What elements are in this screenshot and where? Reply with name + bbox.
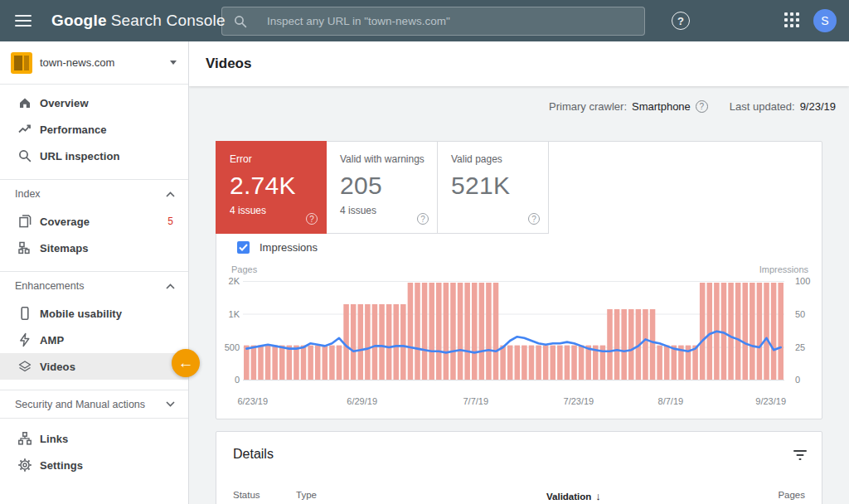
section-label: Index bbox=[15, 188, 41, 200]
impressions-toggle[interactable]: Impressions bbox=[237, 241, 318, 254]
last-updated-label: Last updated: bbox=[730, 100, 795, 113]
sidebar-item-label: Settings bbox=[40, 459, 83, 472]
nav-block-bottom: Links Settings bbox=[0, 419, 188, 488]
videos-layers-icon bbox=[17, 359, 32, 374]
search-input[interactable] bbox=[247, 15, 644, 27]
x-tick-label: 9/23/19 bbox=[755, 396, 786, 406]
apps-grid-icon[interactable] bbox=[784, 12, 801, 29]
collapse-sidebar-button[interactable]: ← bbox=[172, 349, 200, 377]
card-label: Error bbox=[230, 153, 326, 165]
sidebar-item-mobile-usability[interactable]: Mobile usability bbox=[0, 300, 188, 327]
report-card: Error 2.74K 4 issues Valid with warnings… bbox=[216, 141, 822, 419]
sidebar-item-settings[interactable]: Settings bbox=[0, 452, 188, 478]
y-tick: 25 bbox=[795, 342, 805, 352]
help-icon[interactable] bbox=[306, 213, 318, 225]
filter-icon[interactable] bbox=[793, 450, 807, 460]
sidebar-item-videos[interactable]: Videos bbox=[0, 353, 188, 380]
left-axis-title: Pages bbox=[231, 264, 257, 274]
card-value: 2.74K bbox=[230, 172, 326, 200]
sidebar-item-label: Sitemaps bbox=[40, 242, 89, 254]
primary-crawler-label: Primary crawler: bbox=[549, 100, 627, 113]
valid-pages-card[interactable]: Valid pages 521K bbox=[438, 141, 549, 234]
y-tick: 1K bbox=[216, 309, 240, 319]
section-header-enhancements[interactable]: Enhancements bbox=[0, 272, 188, 300]
details-table-header: Status Type Validation Pages bbox=[216, 490, 822, 504]
sidebar-item-performance[interactable]: Performance bbox=[0, 116, 188, 143]
card-value: 521K bbox=[451, 172, 548, 200]
sidebar-item-label: Mobile usability bbox=[40, 308, 122, 320]
valid-with-warnings-card[interactable]: Valid with warnings 205 4 issues bbox=[327, 141, 438, 234]
y-tick: 0 bbox=[795, 375, 800, 385]
logo-search-console: Search Console bbox=[111, 12, 226, 29]
section-label: Security and Manual actions bbox=[15, 399, 145, 410]
sidebar-item-url-inspection[interactable]: URL inspection bbox=[0, 143, 188, 169]
sidebar-item-amp[interactable]: AMP bbox=[0, 327, 188, 353]
checkbox-checked-icon bbox=[237, 241, 250, 254]
card-value: 205 bbox=[340, 172, 437, 200]
coverage-error-badge: 5 bbox=[167, 216, 173, 227]
sidebar-item-label: Links bbox=[40, 433, 68, 445]
home-icon bbox=[17, 95, 32, 110]
amp-bolt-icon bbox=[17, 332, 32, 347]
x-tick-label: 6/29/19 bbox=[347, 396, 377, 406]
summary-row: Error 2.74K 4 issues Valid with warnings… bbox=[216, 141, 549, 234]
help-icon[interactable] bbox=[528, 213, 540, 225]
sidebar-item-label: AMP bbox=[40, 334, 64, 346]
nav-block-index: Coverage 5 Sitemaps bbox=[0, 208, 188, 272]
column-validation-label: Validation bbox=[546, 492, 591, 502]
sidebar-item-coverage[interactable]: Coverage 5 bbox=[0, 208, 188, 235]
error-card[interactable]: Error 2.74K 4 issues bbox=[216, 141, 327, 234]
chevron-down-icon bbox=[170, 61, 177, 65]
last-updated-value: 9/23/19 bbox=[800, 100, 836, 113]
primary-crawler-value: Smartphone bbox=[632, 100, 691, 113]
mobile-icon bbox=[17, 306, 32, 321]
app-logo: GoogleSearch Console bbox=[51, 12, 226, 30]
x-tick-label: 7/7/19 bbox=[463, 396, 488, 406]
card-label: Valid with warnings bbox=[340, 153, 437, 165]
section-header-index[interactable]: Index bbox=[0, 180, 188, 208]
nav-block-top: Overview Performance URL inspection bbox=[0, 85, 188, 180]
sidebar: town-news.com Overview Performance URL i… bbox=[0, 41, 189, 504]
y-tick: 50 bbox=[795, 309, 805, 319]
menu-icon[interactable] bbox=[15, 15, 32, 27]
property-name: town-news.com bbox=[40, 56, 114, 69]
section-header-security[interactable]: Security and Manual actions bbox=[0, 390, 188, 419]
x-tick-label: 8/7/19 bbox=[658, 396, 684, 406]
column-validation-sort[interactable]: Validation bbox=[546, 490, 601, 502]
sidebar-item-sitemaps[interactable]: Sitemaps bbox=[0, 235, 188, 261]
sitemaps-icon bbox=[17, 240, 32, 255]
links-tree-icon bbox=[17, 431, 32, 446]
chevron-down-icon bbox=[166, 401, 175, 407]
sort-desc-icon bbox=[595, 490, 601, 502]
logo-google: Google bbox=[51, 12, 107, 29]
page-header: Videos bbox=[189, 41, 849, 86]
url-inspect-searchbox[interactable] bbox=[221, 7, 645, 36]
sidebar-item-label: Videos bbox=[40, 361, 75, 373]
details-title: Details bbox=[233, 447, 274, 462]
x-tick-label: 7/23/19 bbox=[564, 396, 594, 406]
property-selector[interactable]: town-news.com bbox=[0, 41, 188, 85]
sidebar-item-overview[interactable]: Overview bbox=[0, 90, 188, 116]
help-icon[interactable]: ? bbox=[672, 12, 690, 30]
x-axis-labels: 6/23/196/29/197/7/197/23/198/7/199/23/19 bbox=[243, 396, 784, 408]
sidebar-item-label: URL inspection bbox=[40, 150, 120, 162]
column-pages: Pages bbox=[778, 490, 805, 500]
y-tick: 100 bbox=[795, 276, 810, 286]
sidebar-item-links[interactable]: Links bbox=[0, 425, 188, 452]
sidebar-item-label: Coverage bbox=[40, 216, 90, 228]
search-icon bbox=[234, 15, 247, 28]
magnifier-icon bbox=[17, 148, 32, 163]
help-icon[interactable] bbox=[417, 213, 429, 225]
chevron-up-icon bbox=[166, 191, 175, 197]
sidebar-item-label: Overview bbox=[40, 97, 89, 109]
left-arrow-icon: ← bbox=[178, 354, 194, 372]
right-axis-title: Impressions bbox=[759, 264, 808, 274]
avatar[interactable]: S bbox=[813, 9, 837, 32]
main-content: Videos Primary crawler: Smartphone Last … bbox=[189, 41, 849, 504]
coverage-icon bbox=[17, 214, 32, 229]
details-card: Details Status Type Validation Pages bbox=[216, 431, 822, 504]
gsc-videos-page: GoogleSearch Console ? S town-news.com O… bbox=[0, 0, 849, 504]
page-title: Videos bbox=[206, 56, 251, 72]
sidebar-item-label: Performance bbox=[40, 124, 107, 136]
help-icon[interactable] bbox=[696, 100, 708, 113]
